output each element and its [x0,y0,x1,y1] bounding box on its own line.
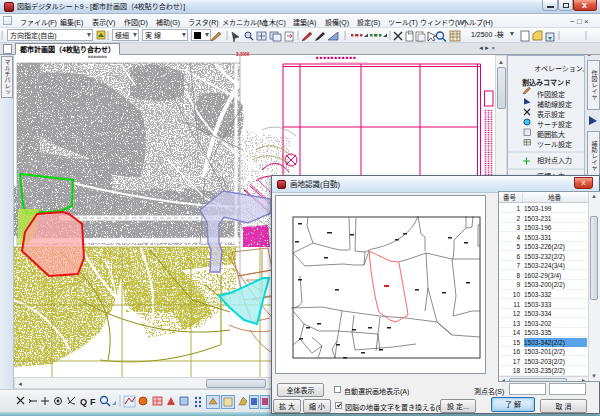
svg-text:........................: ........................ [94,60,124,65]
svg-text:F: F [90,397,96,407]
svg-text:Q: Q [80,397,87,407]
svg-text:..............................: ...................................... [320,59,368,64]
